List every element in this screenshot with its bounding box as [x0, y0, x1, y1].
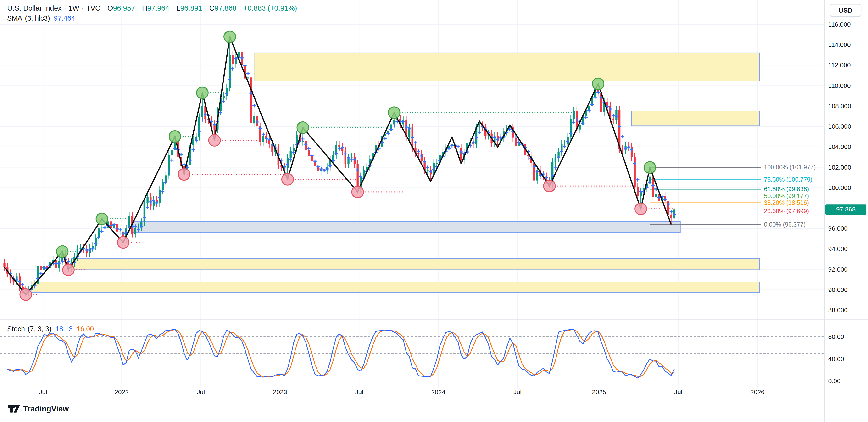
fib-label: 78.60% (100.779): [764, 176, 812, 183]
swing-high-marker[interactable]: [224, 31, 236, 43]
ohlc-open: O96.957: [107, 4, 135, 12]
tradingview-logo-text: TradingView: [23, 404, 69, 413]
sma-params: (3, hlc3): [25, 15, 50, 22]
demand-zone-91.9-93.0[interactable]: [71, 259, 760, 270]
fib-label: 61.80% (99.838): [764, 186, 809, 192]
tradingview-logo[interactable]: TradingView: [8, 404, 69, 413]
svg-text:106.000: 106.000: [828, 123, 851, 130]
separator-dot: ·: [81, 4, 84, 12]
svg-text:96.000: 96.000: [828, 225, 847, 232]
current-price-badge: 97.868: [826, 204, 866, 215]
fib-label: 38.20% (98.516): [764, 199, 809, 206]
supply-zone-106.0-107.5[interactable]: [631, 111, 760, 126]
exchange-label: TVC: [86, 4, 100, 12]
swing-low-marker[interactable]: [544, 180, 555, 192]
svg-text:92.000: 92.000: [828, 266, 847, 273]
symbol-legend[interactable]: U.S. Dollar Index·1W·TVC O96.957 H97.964…: [7, 4, 297, 12]
sma-title: SMA: [7, 15, 22, 22]
stoch-params: (7, 3, 3): [28, 325, 52, 333]
price-axis[interactable]: 88.00090.00092.00094.00096.00098.000100.…: [828, 21, 851, 314]
svg-text:Jul: Jul: [197, 389, 205, 396]
svg-text:0.00: 0.00: [828, 377, 840, 385]
swing-low-marker[interactable]: [118, 236, 129, 248]
svg-text:Jul: Jul: [355, 389, 363, 396]
svg-text:2022: 2022: [115, 389, 129, 396]
svg-text:80.00: 80.00: [828, 333, 844, 340]
demand-zone-89.7-90.7[interactable]: [32, 282, 760, 293]
svg-text:Jul: Jul: [39, 389, 47, 396]
demand-zone-95.6-96.7[interactable]: [132, 221, 680, 232]
tradingview-window: 100.00% (101.977)78.60% (100.779)61.80% …: [0, 0, 868, 422]
swing-low-marker[interactable]: [62, 264, 74, 276]
sma-legend[interactable]: SMA(3, hlc3)97.464: [7, 15, 75, 22]
svg-text:102.000: 102.000: [828, 164, 851, 171]
stoch-title: Stoch: [7, 325, 25, 333]
timeframe-label: 1W: [68, 4, 79, 12]
separator-dot: ·: [64, 4, 66, 12]
fib-label: 23.60% (97.699): [764, 208, 809, 214]
stoch-axis[interactable]: 80.0040.000.00: [828, 333, 844, 385]
svg-text:112.000: 112.000: [828, 61, 850, 69]
svg-text:94.000: 94.000: [828, 245, 847, 252]
swing-high-marker[interactable]: [388, 107, 400, 118]
svg-text:116.000: 116.000: [828, 21, 850, 28]
svg-text:Jul: Jul: [514, 389, 522, 396]
swing-low-marker[interactable]: [635, 203, 647, 215]
svg-text:2023: 2023: [273, 389, 287, 396]
ohlc-low: L96.891: [176, 4, 203, 12]
swing-high-marker[interactable]: [196, 87, 208, 99]
ohlc-high: H97.964: [142, 4, 169, 12]
currency-button[interactable]: USD: [830, 4, 861, 17]
swing-high-marker[interactable]: [96, 213, 108, 225]
swing-high-marker[interactable]: [57, 246, 68, 257]
swing-low-marker[interactable]: [20, 289, 32, 300]
svg-text:40.00: 40.00: [828, 356, 844, 363]
fib-label: 100.00% (101.977): [764, 164, 816, 171]
swing-high-marker[interactable]: [297, 122, 309, 134]
swing-high-marker[interactable]: [592, 78, 604, 90]
swing-low-marker[interactable]: [352, 186, 364, 198]
swing-high-marker[interactable]: [644, 162, 656, 173]
swing-low-marker[interactable]: [282, 173, 293, 185]
svg-text:2024: 2024: [431, 389, 445, 396]
svg-text:2025: 2025: [592, 389, 606, 396]
chart-stage: 100.00% (101.977)78.60% (100.779)61.80% …: [0, 0, 868, 422]
stoch-k-value: 18.13: [55, 325, 72, 333]
stoch-d-value: 16.00: [76, 325, 94, 333]
svg-text:108.000: 108.000: [828, 103, 851, 110]
change-label: +0.883 (+0.91%): [244, 4, 297, 12]
symbol-title: U.S. Dollar Index: [7, 4, 61, 12]
svg-text:Jul: Jul: [674, 389, 682, 396]
svg-text:110.000: 110.000: [828, 82, 850, 89]
chart-canvas[interactable]: 100.00% (101.977)78.60% (100.779)61.80% …: [0, 0, 868, 422]
swing-high-marker[interactable]: [169, 131, 181, 142]
stoch-legend[interactable]: Stoch(7, 3, 3)18.1316.00: [7, 325, 94, 333]
svg-text:88.000: 88.000: [828, 307, 847, 314]
ohlc-close: C97.868: [209, 4, 237, 12]
svg-text:114.000: 114.000: [828, 41, 850, 48]
fib-label: 0.00% (96.377): [764, 221, 806, 228]
swing-low-marker[interactable]: [209, 134, 220, 146]
sma-value: 97.464: [54, 15, 75, 22]
time-axis[interactable]: Jul2022Jul2023Jul2024Jul2025Jul2026: [39, 389, 765, 396]
fib-label: 50.00% (99.177): [764, 193, 809, 199]
supply-zone-110.4-113.2[interactable]: [254, 53, 760, 81]
swing-low-marker[interactable]: [178, 169, 190, 180]
svg-text:104.000: 104.000: [828, 143, 851, 150]
svg-text:2026: 2026: [750, 389, 765, 396]
svg-text:90.000: 90.000: [828, 286, 847, 293]
svg-text:100.000: 100.000: [828, 184, 851, 191]
tradingview-logo-icon: [8, 404, 20, 413]
